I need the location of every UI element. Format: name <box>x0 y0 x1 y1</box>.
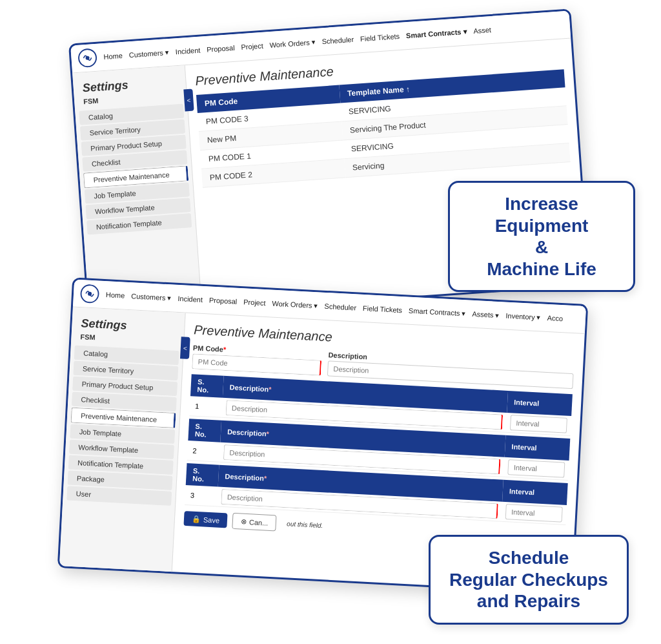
scene: Home Customers ▾ Incident Proposal Proje… <box>0 0 661 644</box>
nav-incident[interactable]: Incident <box>175 47 200 56</box>
cancel-icon: ⊗ <box>241 517 247 526</box>
callout-checkups: ScheduleRegular Checkupsand Repairs <box>429 535 629 625</box>
collapse-btn[interactable]: < <box>183 88 194 111</box>
card2-nav-home[interactable]: Home <box>106 291 125 300</box>
card2-nav-scheduler[interactable]: Scheduler <box>324 302 356 312</box>
cancel-button[interactable]: ⊗ Can... <box>232 513 277 532</box>
interval-input-1[interactable] <box>510 415 567 433</box>
logo-icon-2 <box>79 284 100 304</box>
col-sno-3: S. No. <box>186 463 219 487</box>
callout-checkups-text: ScheduleRegular Checkupsand Repairs <box>446 547 611 612</box>
col-sno-1: S. No. <box>190 374 224 398</box>
card2-nav-inventory[interactable]: Inventory ▾ <box>505 311 541 322</box>
sno-cell-2: 2 <box>187 441 221 462</box>
card2-nav-project[interactable]: Project <box>243 298 266 307</box>
nav-customers[interactable]: Customers ▾ <box>128 48 169 59</box>
card2-nav-incident[interactable]: Incident <box>178 295 203 304</box>
interval-cell-3 <box>501 502 566 525</box>
save-button[interactable]: 🔒 Save <box>183 511 227 528</box>
nav-smartcontracts[interactable]: Smart Contracts ▾ <box>406 27 467 40</box>
logo-icon <box>77 48 98 68</box>
card2-nav-fieldtickets[interactable]: Field Tickets <box>363 304 403 314</box>
col-interval-2: Interval <box>505 435 571 461</box>
lock-icon: 🔒 <box>192 515 201 524</box>
svg-point-3 <box>88 292 92 296</box>
card2-nav-customers[interactable]: Customers ▾ <box>131 292 172 302</box>
nav-fieldtickets[interactable]: Field Tickets <box>360 32 400 43</box>
pm-table-1: PM Code Template Name ↑ PM CODE 3 SERVIC… <box>196 69 571 187</box>
callout-equipment-text: Increase Equipment&Machine Life <box>465 193 618 280</box>
interval-input-2[interactable] <box>507 459 565 478</box>
card2-nav-proposal[interactable]: Proposal <box>209 296 238 306</box>
sno-cell-3: 3 <box>185 485 218 506</box>
col-interval-3: Interval <box>502 480 568 505</box>
interval-cell-2 <box>503 457 569 481</box>
col-interval-1: Interval <box>507 391 573 416</box>
nav-workorders[interactable]: Work Orders ▾ <box>269 38 316 50</box>
interval-cell-1 <box>506 413 571 436</box>
nav-project[interactable]: Project <box>241 42 263 51</box>
card2-nav-assets[interactable]: Assets ▾ <box>472 309 500 319</box>
form-group-pmcode: PM Code* <box>192 344 322 375</box>
interval-input-3[interactable] <box>505 504 563 523</box>
nav-proposal[interactable]: Proposal <box>207 44 235 54</box>
nav-assets[interactable]: Asset <box>473 26 491 35</box>
card2-nav-acco[interactable]: Acco <box>547 314 563 322</box>
card2-nav-smartcontracts[interactable]: Smart Contracts ▾ <box>409 306 466 318</box>
card2-sidebar: Settings FSM Catalog Service Territory P… <box>59 307 186 575</box>
sno-cell-1: 1 <box>189 396 223 417</box>
nav-scheduler[interactable]: Scheduler <box>321 36 354 45</box>
card2-nav-workorders[interactable]: Work Orders ▾ <box>272 299 318 310</box>
validation-message: out this field. <box>287 520 323 529</box>
nav-home[interactable]: Home <box>103 52 123 61</box>
card2-collapse-btn[interactable]: < <box>180 337 190 359</box>
col-sno-2: S. No. <box>188 419 221 442</box>
callout-equipment: Increase Equipment&Machine Life <box>448 181 635 292</box>
